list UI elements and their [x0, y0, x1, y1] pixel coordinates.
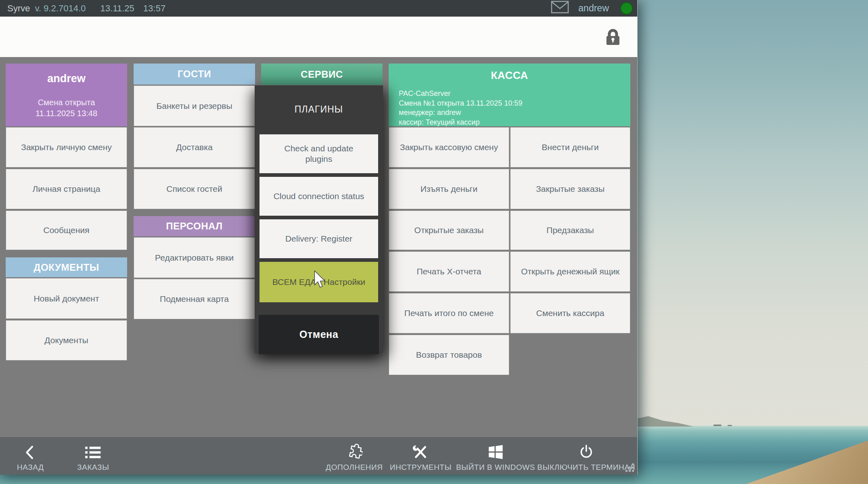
orders-list-icon: [77, 443, 109, 460]
mouse-cursor: [314, 270, 327, 291]
edit-attendance-button[interactable]: Редактировать явки: [134, 237, 255, 278]
main-tile-area: andrew Смена открыта 11.11.2025 13:48 За…: [0, 57, 637, 437]
secondary-bar: [0, 17, 637, 57]
new-document-button[interactable]: Новый документ: [6, 278, 127, 319]
title-bar: Syrve v. 9.2.7014.0 13.11.25 13:57 andre…: [0, 0, 637, 17]
close-personal-shift-button[interactable]: Закрыть личную смену: [6, 127, 127, 168]
cancel-button[interactable]: Отмена: [259, 315, 379, 354]
closed-orders-button[interactable]: Закрытые заказы: [510, 169, 630, 209]
open-cash-drawer-button[interactable]: Открыть денежный ящик: [510, 251, 630, 292]
user-tile-title: andrew: [47, 72, 86, 85]
nav-tools-label: ИНСТРУМЕНТЫ: [390, 463, 452, 472]
cash-shift-status: Смена №1 открыта 13.11.2025 10:59: [399, 99, 620, 108]
service-section-header[interactable]: СЕРВИС: [261, 64, 383, 85]
nav-tools-button[interactable]: ИНСТРУМЕНТЫ: [390, 443, 452, 472]
withdraw-money-button[interactable]: Изъять деньги: [389, 169, 509, 209]
plugins-dropdown-menu: ПЛАГИНЫ Check and update plugins Cloud c…: [255, 85, 383, 353]
app-name: Syrve: [7, 3, 30, 14]
tools-icon: [390, 443, 452, 460]
change-cashier-button[interactable]: Сменить кассира: [510, 293, 630, 333]
preorders-button[interactable]: Предзаказы: [510, 210, 630, 250]
nav-exit-windows-button[interactable]: ВЫЙТИ В WINDOWS: [456, 443, 535, 472]
menu-item-check-update-plugins[interactable]: Check and update plugins: [260, 134, 378, 173]
app-version: v. 9.2.7014.0: [35, 3, 86, 14]
print-shift-total-button[interactable]: Печать итого по смене: [389, 293, 509, 333]
nav-orders-button[interactable]: ЗАКАЗЫ: [77, 443, 109, 472]
bottom-nav-bar: НАЗАД ЗАКАЗЫ ДОПОЛНЕНИЯ: [0, 437, 637, 475]
plugins-menu-title: ПЛАГИНЫ: [255, 85, 383, 134]
messages-envelope-icon[interactable]: [551, 1, 569, 16]
nav-addons-button[interactable]: ДОПОЛНЕНИЯ: [326, 443, 383, 472]
documents-button[interactable]: Документы: [6, 320, 127, 361]
guests-section-header: ГОСТИ: [134, 64, 255, 85]
cash-server-name: PAC-CahServer: [399, 89, 620, 99]
pos-app-window: Syrve v. 9.2.7014.0 13.11.25 13:57 andre…: [0, 0, 638, 475]
nav-addons-label: ДОПОЛНЕНИЯ: [326, 463, 383, 472]
cash-register-tile: КАССА PAC-CahServer Смена №1 открыта 13.…: [389, 64, 630, 126]
nav-back-label: НАЗАД: [17, 463, 44, 472]
lock-icon: [604, 28, 622, 48]
personnel-section-header: ПЕРСОНАЛ: [134, 216, 255, 236]
nav-shutdown-label: ВЫКЛЮЧИТЬ ТЕРМИНАЛ: [537, 463, 635, 472]
guest-list-button[interactable]: Список гостей: [134, 169, 255, 209]
status-date: 13.11.25: [100, 3, 134, 14]
deposit-money-button[interactable]: Внести деньги: [510, 127, 630, 168]
desktop: Syrve v. 9.2.7014.0 13.11.25 13:57 andre…: [0, 0, 868, 484]
power-icon: [537, 443, 635, 460]
nav-shutdown-button[interactable]: ВЫКЛЮЧИТЬ ТЕРМИНАЛ: [537, 443, 635, 472]
open-orders-button[interactable]: Открытые заказы: [389, 210, 509, 250]
print-x-report-button[interactable]: Печать Х-отчета: [389, 251, 509, 292]
wallpaper-islet: [728, 425, 732, 426]
current-user-label: andrew: [579, 3, 609, 14]
resize-grip[interactable]: [625, 463, 635, 473]
personal-page-button[interactable]: Личная страница: [6, 169, 127, 209]
back-icon: [17, 443, 44, 460]
status-time: 13:57: [143, 3, 166, 14]
puzzle-icon: [326, 443, 383, 460]
replacement-card-button[interactable]: Подменная карта: [134, 279, 255, 319]
shift-open-label: Смена открыта: [36, 97, 98, 108]
windows-logo-icon: [456, 443, 535, 460]
nav-orders-label: ЗАКАЗЫ: [77, 463, 109, 472]
menu-item-cloud-connection-status[interactable]: Cloud connection status: [260, 177, 378, 216]
banquets-reserves-button[interactable]: Банкеты и резервы: [134, 85, 255, 126]
connection-status-dot: [620, 2, 633, 15]
messages-button[interactable]: Сообщения: [6, 210, 127, 250]
cash-cashier: кассир: Текущий кассир: [399, 118, 620, 127]
menu-item-delivery-register[interactable]: Delivery: Register: [260, 219, 378, 258]
close-cash-shift-button[interactable]: Закрыть кассовую смену: [389, 127, 509, 168]
delivery-button[interactable]: Доставка: [134, 127, 255, 168]
nav-exit-windows-label: ВЫЙТИ В WINDOWS: [456, 463, 535, 472]
documents-section-header: ДОКУМЕНТЫ: [6, 257, 127, 277]
cash-manager: менеджер: andrew: [399, 108, 620, 118]
cash-tile-title: КАССА: [399, 69, 620, 82]
goods-return-button[interactable]: Возврат товаров: [389, 335, 509, 375]
shift-open-datetime: 11.11.2025 13:48: [36, 108, 98, 119]
wallpaper-islet: [713, 425, 721, 426]
nav-back-button[interactable]: НАЗАД: [17, 443, 44, 472]
user-shift-tile: andrew Смена открыта 11.11.2025 13:48: [6, 64, 127, 126]
